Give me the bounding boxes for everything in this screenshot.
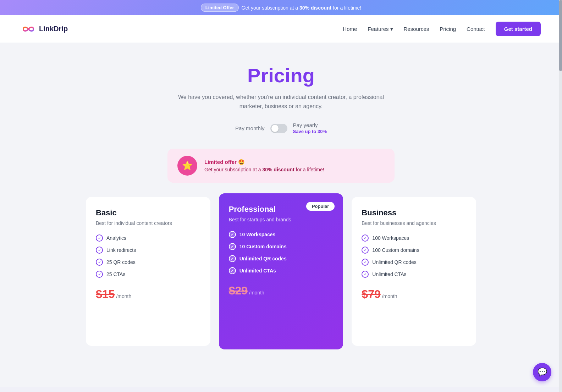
basic-plan-card: Basic Best for individual content creato… bbox=[86, 197, 210, 346]
check-icon: ✓ bbox=[362, 247, 369, 254]
pricing-title: Pricing bbox=[14, 64, 548, 87]
logo-text: LinkDrip bbox=[39, 25, 68, 33]
nav-pricing[interactable]: Pricing bbox=[440, 26, 456, 32]
billing-toggle-row: Pay monthly Pay yearly Save up to 30% bbox=[14, 122, 548, 134]
list-item: ✓ Unlimited QR codes bbox=[229, 255, 334, 262]
basic-plan-name: Basic bbox=[96, 208, 200, 217]
list-item: ✓ 100 Custom domains bbox=[362, 247, 466, 254]
professional-price-amount: $29 bbox=[229, 284, 248, 297]
business-price: $79 /month bbox=[362, 288, 466, 301]
pricing-hero: Pricing We have you covered, whether you… bbox=[14, 64, 548, 134]
professional-plan-card: Popular Professional Best for startups a… bbox=[219, 193, 343, 349]
billing-toggle[interactable] bbox=[270, 124, 287, 133]
star-icon: ⭐ bbox=[182, 161, 193, 171]
nav-contact[interactable]: Contact bbox=[467, 26, 485, 32]
nav-resources[interactable]: Resources bbox=[404, 26, 429, 32]
main-content: Pricing We have you covered, whether you… bbox=[0, 43, 562, 387]
list-item: ✓ Unlimited QR codes bbox=[362, 259, 466, 266]
banner-discount-link[interactable]: 30% discount bbox=[299, 5, 331, 11]
list-item: ✓ 25 QR codes bbox=[96, 259, 200, 266]
professional-price: $29 /month bbox=[229, 284, 334, 297]
check-icon: ✓ bbox=[362, 259, 369, 266]
check-icon: ✓ bbox=[229, 267, 236, 274]
pricing-subtitle: We have you covered, whether you're an i… bbox=[178, 93, 384, 111]
check-icon: ✓ bbox=[362, 271, 369, 278]
check-icon: ✓ bbox=[229, 243, 236, 250]
check-icon: ✓ bbox=[96, 247, 103, 254]
toggle-knob bbox=[271, 125, 279, 132]
list-item: ✓ Analytics bbox=[96, 234, 200, 242]
nav-links: Home Features ▾ Resources Pricing Contac… bbox=[343, 22, 541, 36]
professional-price-period: /month bbox=[249, 290, 264, 296]
list-item: ✓ Unlimited CTAs bbox=[229, 267, 334, 274]
check-icon: ✓ bbox=[96, 234, 103, 242]
business-price-amount: $79 bbox=[362, 288, 380, 301]
list-item: ✓ Unlimited CTAs bbox=[362, 271, 466, 278]
basic-feature-list: ✓ Analytics ✓ Link redirects ✓ 25 QR cod… bbox=[96, 234, 200, 278]
check-icon: ✓ bbox=[96, 271, 103, 278]
check-icon: ✓ bbox=[229, 231, 236, 238]
list-item: ✓ 100 Workspaces bbox=[362, 234, 466, 242]
logo[interactable]: LinkDrip bbox=[21, 22, 68, 36]
basic-plan-desc: Best for individual content creators bbox=[96, 220, 200, 226]
basic-price: $15 /month bbox=[96, 288, 200, 301]
business-plan-name: Business bbox=[362, 208, 466, 217]
yearly-option: Pay yearly Save up to 30% bbox=[293, 122, 327, 134]
list-item: ✓ 10 Workspaces bbox=[229, 231, 334, 238]
offer-icon: ⭐ bbox=[177, 156, 197, 176]
nav-features[interactable]: Features ▾ bbox=[368, 26, 393, 32]
logo-icon bbox=[21, 22, 35, 36]
offer-title: Limited offer 🤩 bbox=[204, 159, 324, 165]
nav-home[interactable]: Home bbox=[343, 26, 357, 32]
list-item: ✓ 25 CTAs bbox=[96, 271, 200, 278]
list-item: ✓ Link redirects bbox=[96, 247, 200, 254]
top-banner: Limited Offer Get your subscription at a… bbox=[0, 0, 562, 15]
navbar: LinkDrip Home Features ▾ Resources Prici… bbox=[0, 15, 562, 43]
chat-icon: 💬 bbox=[538, 368, 547, 377]
check-icon: ✓ bbox=[229, 255, 236, 262]
scrollbar[interactable] bbox=[559, 0, 562, 392]
basic-price-period: /month bbox=[116, 293, 131, 299]
scroll-thumb[interactable] bbox=[559, 0, 562, 71]
check-icon: ✓ bbox=[96, 259, 103, 266]
pricing-cards: Basic Best for individual content creato… bbox=[86, 197, 476, 349]
monthly-label: Pay monthly bbox=[235, 125, 265, 131]
basic-price-amount: $15 bbox=[96, 288, 115, 301]
list-item: ✓ 10 Custom domains bbox=[229, 243, 334, 250]
offer-text: Limited offer 🤩 Get your subscription at… bbox=[204, 159, 324, 172]
business-plan-desc: Best for businesses and agencies bbox=[362, 220, 466, 226]
check-icon: ✓ bbox=[362, 234, 369, 242]
business-plan-card: Business Best for businesses and agencie… bbox=[352, 197, 476, 346]
business-feature-list: ✓ 100 Workspaces ✓ 100 Custom domains ✓ … bbox=[362, 234, 466, 278]
banner-text: Get your subscription at a 30% discount … bbox=[242, 5, 362, 11]
business-price-period: /month bbox=[382, 293, 397, 299]
professional-plan-desc: Best for startups and brands bbox=[229, 217, 334, 222]
chevron-down-icon: ▾ bbox=[390, 26, 393, 32]
banner-badge: Limited Offer bbox=[201, 4, 239, 12]
limited-offer-banner: ⭐ Limited offer 🤩 Get your subscription … bbox=[167, 149, 395, 183]
get-started-button[interactable]: Get started bbox=[496, 22, 541, 36]
chat-button[interactable]: 💬 bbox=[533, 363, 551, 381]
popular-badge: Popular bbox=[306, 202, 335, 211]
professional-feature-list: ✓ 10 Workspaces ✓ 10 Custom domains ✓ Un… bbox=[229, 231, 334, 274]
offer-desc: Get your subscription at a 30% discount … bbox=[204, 167, 324, 172]
offer-discount-link[interactable]: 30% discount bbox=[262, 167, 294, 172]
